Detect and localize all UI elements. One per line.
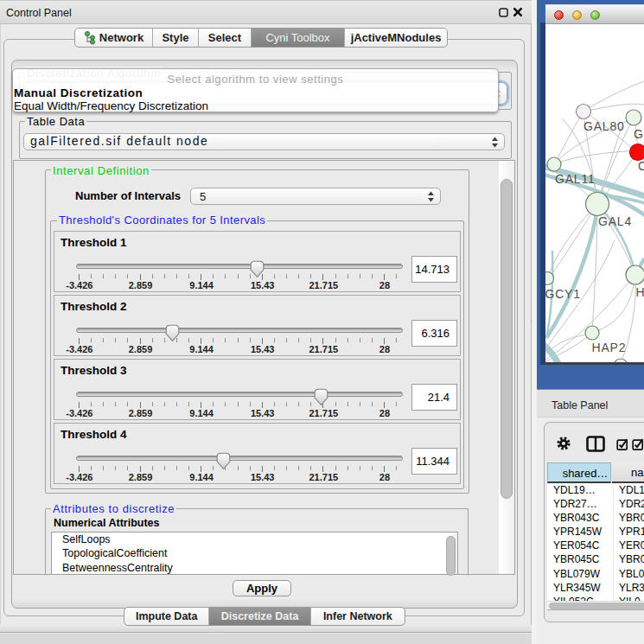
- svg-text:GAL11: GAL11: [555, 172, 596, 186]
- svg-text:HAP2: HAP2: [592, 341, 627, 354]
- svg-text:GAL4: GAL4: [598, 214, 632, 228]
- svg-text:GAL80: GAL80: [583, 119, 625, 133]
- svg-text:GA: GA: [634, 127, 644, 141]
- svg-text:GCY1: GCY1: [545, 287, 581, 301]
- svg-text:HI: HI: [636, 285, 644, 299]
- svg-text:CD: CD: [638, 159, 644, 173]
